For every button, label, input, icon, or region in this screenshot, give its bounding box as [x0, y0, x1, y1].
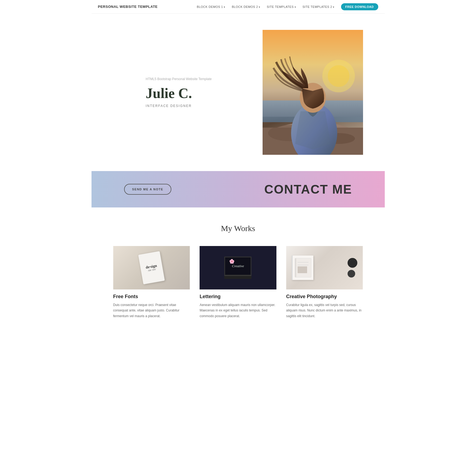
svg-rect-14 [298, 266, 307, 273]
nav-brand: PERSONAL WEBSITE TEMPLATE [98, 5, 158, 9]
work-name-creative-photography: Creative Photography [286, 294, 363, 300]
svg-rect-11 [295, 258, 296, 277]
works-section-title: My Works [113, 224, 363, 233]
mug-large [348, 258, 357, 268]
lettering-text: Creative [232, 264, 244, 268]
photo-mugs [348, 258, 357, 278]
works-grid: de·sign /də ˈzīn/ Free Fonts Duis consec… [113, 246, 363, 319]
svg-point-2 [328, 65, 349, 87]
hero-text: HTML5 Bootstrap Personal Website Templat… [146, 77, 263, 108]
mug-small [348, 270, 355, 278]
work-desc-lettering: Aenean vestibulum aliquam mauris non ull… [200, 302, 276, 319]
free-download-button[interactable]: FREE DOWNLOAD [341, 3, 378, 10]
navbar: PERSONAL WEBSITE TEMPLATE BLOCK DEMOS 1 … [92, 0, 385, 14]
nav-links: BLOCK DEMOS 1 BLOCK DEMOS 2 SITE TEMPLAT… [195, 3, 378, 10]
hero-subtitle: HTML5 Bootstrap Personal Website Templat… [146, 77, 252, 81]
hero-role: INTERFACE DESIGNER [146, 104, 252, 108]
work-name-lettering: Lettering [200, 294, 276, 300]
nav-link-site-templates-2[interactable]: SITE TEMPLATES 2 [300, 4, 337, 10]
nav-link-block-demos-2[interactable]: BLOCK DEMOS 2 [230, 4, 263, 10]
hero-image [263, 30, 363, 155]
book-illustration [294, 257, 313, 279]
nav-link-site-templates[interactable]: SITE TEMPLATES [265, 4, 298, 10]
fonts-device-mockup: de·sign /də ˈzīn/ [138, 251, 165, 284]
work-desc-creative-photography: Curabitur ligula ex, sagittis vel turpis… [286, 302, 363, 319]
work-card-free-fonts: de·sign /də ˈzīn/ Free Fonts Duis consec… [113, 246, 190, 319]
keyboard-bar [224, 276, 251, 279]
lettering-screen: 🌸 Creative [224, 257, 251, 276]
works-section: My Works de·sign /də ˈzīn/ Free Fonts Du… [92, 207, 385, 341]
work-thumb-creative-photography [286, 246, 363, 289]
lettering-flowers-icon: 🌸 [229, 259, 235, 264]
work-card-lettering: 🌸 Creative Lettering Aenean vestibulum a… [200, 246, 276, 319]
work-thumb-lettering: 🌸 Creative [200, 246, 276, 289]
hero-section: HTML5 Bootstrap Personal Website Templat… [92, 14, 385, 171]
photo-book [292, 256, 313, 280]
contact-title: CONTACT ME [264, 182, 352, 197]
hero-illustration [263, 30, 363, 155]
work-thumb-free-fonts: de·sign /də ˈzīn/ [113, 246, 190, 289]
work-name-free-fonts: Free Fonts [113, 294, 190, 300]
work-card-creative-photography: Creative Photography Curabitur ligula ex… [286, 246, 363, 319]
work-desc-free-fonts: Duis consectetur neque orci. Praesent vi… [113, 302, 190, 319]
contact-band: SEND ME A NOTE CONTACT ME [92, 171, 385, 207]
nav-link-block-demos-1[interactable]: BLOCK DEMOS 1 [195, 4, 228, 10]
send-note-button[interactable]: SEND ME A NOTE [124, 184, 172, 195]
hero-name: Julie C. [146, 85, 252, 101]
